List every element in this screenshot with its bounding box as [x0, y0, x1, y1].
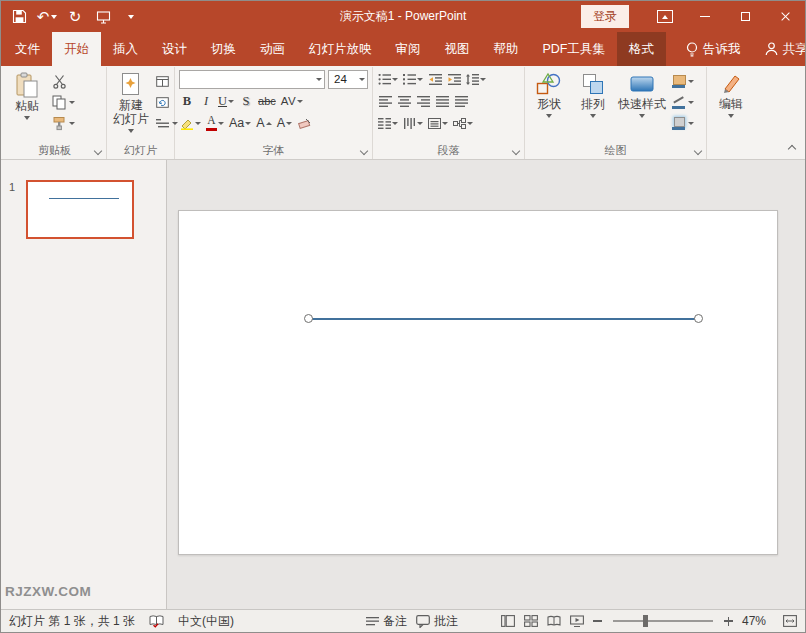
- decrease-indent-button[interactable]: [427, 70, 443, 89]
- edit-button[interactable]: 编辑: [709, 68, 753, 159]
- highlight-button[interactable]: [179, 114, 202, 133]
- slideshow-view-icon: [570, 615, 584, 627]
- shrink-font-button[interactable]: A: [276, 114, 293, 133]
- shapes-button[interactable]: 形状: [527, 68, 571, 142]
- ribbon-display-options-button[interactable]: [645, 1, 685, 32]
- align-left-button[interactable]: [377, 92, 393, 111]
- normal-view-button[interactable]: [501, 615, 515, 627]
- redo-button[interactable]: ↻: [63, 4, 87, 30]
- arrange-button[interactable]: 排列: [571, 68, 615, 142]
- language-indicator[interactable]: 中文(中国): [178, 613, 234, 630]
- tab-animations[interactable]: 动画: [248, 32, 297, 66]
- line-spacing-button[interactable]: [465, 70, 487, 89]
- slide-canvas[interactable]: [178, 210, 778, 555]
- shape-effects-button[interactable]: [669, 113, 697, 134]
- tab-insert[interactable]: 插入: [101, 32, 150, 66]
- paragraph-group-label: 段落: [375, 142, 522, 159]
- zoom-percentage[interactable]: 47%: [742, 614, 774, 628]
- align-center-button[interactable]: [396, 92, 412, 111]
- ribbon-tab-bar: 文件 开始 插入 设计 切换 动画 幻灯片放映 审阅 视图 帮助 PDF工具集 …: [1, 32, 805, 66]
- zoom-slider-thumb[interactable]: [643, 615, 648, 627]
- tab-view[interactable]: 视图: [433, 32, 482, 66]
- notes-toggle[interactable]: 备注: [366, 613, 407, 630]
- slide-thumbnail-item[interactable]: 1: [1, 160, 166, 239]
- dialog-launcher-icon: [512, 147, 520, 155]
- slide-counter[interactable]: 幻灯片 第 1 张，共 1 张: [9, 613, 135, 630]
- tab-transitions[interactable]: 切换: [199, 32, 248, 66]
- spellcheck-button[interactable]: [149, 615, 164, 628]
- line-end-handle[interactable]: [694, 314, 703, 323]
- clear-formatting-button[interactable]: [296, 114, 312, 133]
- undo-button[interactable]: ↶: [35, 4, 59, 30]
- minimize-button[interactable]: [685, 1, 725, 32]
- numbering-button[interactable]: [402, 70, 424, 89]
- dropdown-arrow-icon: [245, 122, 251, 125]
- change-case-button[interactable]: Aa: [228, 114, 252, 133]
- align-right-button[interactable]: [415, 92, 431, 111]
- font-size-value: 24: [334, 73, 357, 85]
- copy-button[interactable]: [49, 92, 78, 113]
- align-text-button[interactable]: [427, 114, 449, 133]
- tab-design[interactable]: 设计: [150, 32, 199, 66]
- font-name-select[interactable]: [179, 70, 325, 89]
- increase-indent-button[interactable]: [446, 70, 462, 89]
- quick-styles-button[interactable]: 快速样式: [615, 68, 669, 142]
- selected-line-shape[interactable]: [308, 318, 698, 320]
- save-button[interactable]: [7, 4, 31, 30]
- slide-sorter-view-button[interactable]: [524, 615, 538, 627]
- slide-editing-area[interactable]: [167, 160, 805, 609]
- justify-button[interactable]: [434, 92, 450, 111]
- reading-view-button[interactable]: [547, 615, 561, 627]
- tab-help[interactable]: 帮助: [482, 32, 531, 66]
- zoom-in-button[interactable]: [724, 617, 733, 626]
- dropdown-arrow-icon: [228, 100, 234, 103]
- character-spacing-button[interactable]: AV: [280, 92, 305, 111]
- zoom-slider[interactable]: [613, 620, 713, 622]
- collapse-ribbon-button[interactable]: [784, 142, 800, 156]
- zoom-out-button[interactable]: [593, 620, 602, 622]
- cut-button[interactable]: [49, 71, 78, 92]
- fit-to-window-button[interactable]: [783, 615, 797, 627]
- text-direction-button[interactable]: [402, 114, 424, 133]
- text-shadow-button[interactable]: S: [238, 92, 254, 111]
- tab-format[interactable]: 格式: [617, 32, 666, 66]
- tab-slideshow[interactable]: 幻灯片放映: [297, 32, 384, 66]
- shape-fill-button[interactable]: [669, 71, 697, 92]
- shape-outline-button[interactable]: [669, 92, 697, 113]
- bold-button[interactable]: B: [179, 92, 195, 111]
- distribute-button[interactable]: [453, 92, 469, 111]
- italic-button[interactable]: I: [198, 92, 214, 111]
- tab-review[interactable]: 审阅: [384, 32, 433, 66]
- new-slide-label: 新建 幻灯片: [113, 99, 149, 127]
- underline-label: U: [218, 94, 227, 109]
- slideshow-view-button[interactable]: [570, 615, 584, 627]
- sign-in-button[interactable]: 登录: [581, 5, 629, 28]
- font-color-button[interactable]: A: [205, 114, 225, 133]
- grow-font-button[interactable]: A: [255, 114, 272, 133]
- clipboard-dialog-launcher[interactable]: [92, 145, 104, 157]
- maximize-button[interactable]: [725, 1, 765, 32]
- font-dialog-launcher[interactable]: [358, 145, 370, 157]
- columns-button[interactable]: [377, 114, 399, 133]
- start-slideshow-button[interactable]: [91, 4, 115, 30]
- comments-toggle[interactable]: 批注: [416, 613, 458, 630]
- bullets-button[interactable]: [377, 70, 399, 89]
- paste-button[interactable]: 粘贴: [5, 68, 49, 142]
- paragraph-dialog-launcher[interactable]: [510, 145, 522, 157]
- share-button[interactable]: 共享: [753, 32, 806, 66]
- new-slide-button[interactable]: 新建 幻灯片: [109, 68, 153, 142]
- drawing-dialog-launcher[interactable]: [692, 145, 704, 157]
- strikethrough-button[interactable]: abc: [257, 92, 277, 111]
- convert-smartart-button[interactable]: [452, 114, 474, 133]
- tell-me-button[interactable]: 告诉我: [674, 32, 753, 66]
- format-painter-button[interactable]: [49, 113, 78, 134]
- line-start-handle[interactable]: [304, 314, 313, 323]
- close-button[interactable]: [765, 1, 805, 32]
- underline-button[interactable]: U: [217, 92, 235, 111]
- tab-home[interactable]: 开始: [52, 32, 101, 66]
- font-size-select[interactable]: 24: [328, 70, 368, 89]
- tab-pdf-tools[interactable]: PDF工具集: [531, 32, 618, 66]
- slide-thumbnail[interactable]: [26, 180, 134, 239]
- customize-qat-button[interactable]: [119, 4, 143, 30]
- tab-file[interactable]: 文件: [3, 32, 52, 66]
